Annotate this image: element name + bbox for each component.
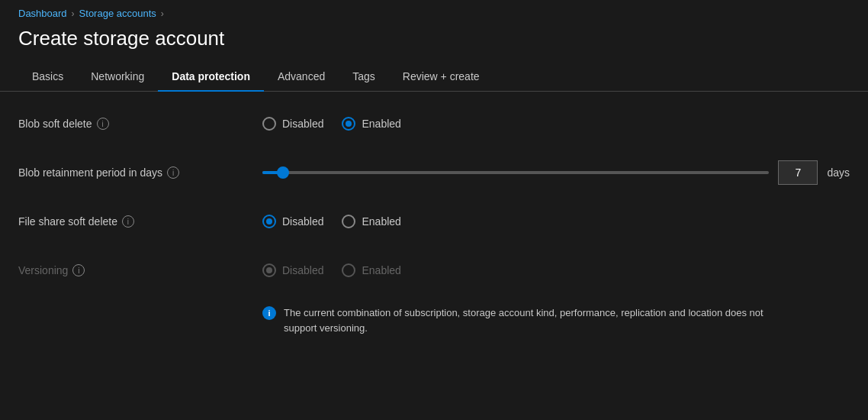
file-share-soft-delete-radio-group: Disabled Enabled — [262, 215, 401, 228]
blob-retention-slider-track — [262, 171, 769, 174]
blob-soft-delete-enabled-radio[interactable] — [342, 117, 355, 131]
blob-soft-delete-text: Blob soft delete — [18, 118, 92, 130]
versioning-info-message: i The current combination of subscriptio… — [262, 305, 796, 335]
form-content: Blob soft delete i Disabled Enabled Blob… — [0, 92, 868, 354]
page-title: Create storage account — [0, 24, 868, 63]
blob-soft-delete-disabled-option[interactable]: Disabled — [262, 117, 323, 131]
breadcrumb-separator-1: › — [72, 8, 75, 19]
tab-review-create[interactable]: Review + create — [389, 63, 493, 92]
versioning-info-message-icon: i — [262, 306, 276, 320]
file-share-soft-delete-enabled-label: Enabled — [362, 215, 400, 228]
blob-soft-delete-radio-group: Disabled Enabled — [262, 117, 401, 131]
versioning-enabled-option: Enabled — [342, 263, 400, 277]
file-share-soft-delete-disabled-label: Disabled — [282, 215, 323, 228]
tab-tags[interactable]: Tags — [339, 63, 389, 92]
versioning-row: Versioning i Disabled Enabled — [18, 257, 850, 284]
blob-retention-slider-container: days — [262, 160, 850, 185]
file-share-soft-delete-label: File share soft delete i — [18, 215, 262, 228]
blob-soft-delete-row: Blob soft delete i Disabled Enabled — [18, 110, 850, 137]
versioning-radio-group: Disabled Enabled — [262, 263, 401, 277]
blob-soft-delete-info-icon[interactable]: i — [97, 118, 109, 130]
versioning-text: Versioning — [18, 264, 68, 276]
blob-soft-delete-label: Blob soft delete i — [18, 118, 262, 130]
tab-advanced[interactable]: Advanced — [264, 63, 339, 92]
blob-soft-delete-enabled-label: Enabled — [362, 118, 400, 130]
blob-retention-input[interactable] — [778, 160, 818, 185]
blob-soft-delete-enabled-option[interactable]: Enabled — [342, 117, 400, 131]
breadcrumb-separator-2: › — [161, 8, 164, 19]
blob-soft-delete-disabled-label: Disabled — [282, 118, 323, 130]
blob-retention-slider-wrapper — [262, 165, 769, 180]
breadcrumb-storage-accounts[interactable]: Storage accounts — [79, 8, 156, 19]
tab-basics[interactable]: Basics — [18, 63, 77, 92]
versioning-info-icon[interactable]: i — [72, 264, 85, 276]
blob-retention-row: Blob retainment period in days i days — [18, 159, 850, 186]
versioning-info-message-text: The current combination of subscription,… — [284, 305, 796, 335]
versioning-disabled-option: Disabled — [262, 263, 323, 277]
blob-retention-label: Blob retainment period in days i — [18, 166, 262, 179]
versioning-disabled-label: Disabled — [282, 264, 323, 276]
breadcrumb-dashboard[interactable]: Dashboard — [18, 8, 67, 19]
file-share-soft-delete-info-icon[interactable]: i — [122, 215, 134, 228]
file-share-soft-delete-enabled-option[interactable]: Enabled — [342, 215, 400, 228]
breadcrumb: Dashboard › Storage accounts › — [0, 0, 868, 24]
blob-retention-days-label: days — [827, 166, 850, 179]
versioning-disabled-radio — [262, 263, 276, 277]
blob-retention-slider-thumb[interactable] — [277, 166, 289, 179]
file-share-soft-delete-enabled-radio[interactable] — [342, 215, 355, 228]
blob-retention-text: Blob retainment period in days — [18, 166, 162, 179]
blob-retention-info-icon[interactable]: i — [167, 166, 179, 179]
versioning-enabled-label: Enabled — [362, 264, 400, 276]
blob-soft-delete-disabled-radio[interactable] — [262, 117, 276, 131]
file-share-soft-delete-text: File share soft delete — [18, 215, 117, 228]
tab-data-protection[interactable]: Data protection — [158, 63, 264, 92]
file-share-soft-delete-disabled-option[interactable]: Disabled — [262, 215, 323, 228]
file-share-soft-delete-row: File share soft delete i Disabled Enable… — [18, 208, 850, 235]
file-share-soft-delete-disabled-radio[interactable] — [262, 215, 276, 228]
versioning-label: Versioning i — [18, 264, 262, 276]
tabs-container: BasicsNetworkingData protectionAdvancedT… — [0, 63, 868, 92]
tab-networking[interactable]: Networking — [77, 63, 158, 92]
versioning-enabled-radio — [342, 263, 355, 277]
